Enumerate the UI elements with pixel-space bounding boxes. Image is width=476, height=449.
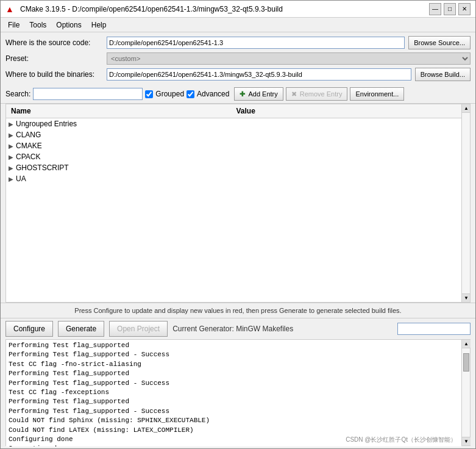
group-cpack[interactable]: ▶ CPACK [6, 151, 461, 162]
log-line-6: Performing Test flag_supported [9, 397, 459, 406]
app-icon: ▲ [5, 4, 15, 14]
log-line-11: Generating done [9, 444, 459, 447]
preset-select[interactable]: <custom> [107, 52, 471, 65]
title-controls: — □ ✕ [429, 3, 471, 15]
build-input[interactable] [107, 68, 411, 81]
add-entry-label: Add Entry [247, 90, 277, 98]
filter-input[interactable] [397, 323, 471, 335]
log-line-7: Performing Test flag_supported - Success [9, 407, 459, 416]
log-line-3: Performing Test flag_supported [9, 369, 459, 378]
status-text: Press Configure to update and display ne… [74, 307, 401, 314]
menu-bar: File Tools Options Help [1, 18, 475, 32]
title-bar-left: ▲ CMake 3.19.5 - D:/compile/open62541/op… [5, 4, 283, 14]
log-scroll-up[interactable]: ▲ [462, 340, 471, 348]
menu-tools[interactable]: Tools [24, 20, 51, 31]
form-area: Where is the source code: Browse Source.… [1, 32, 475, 85]
title-bar: ▲ CMake 3.19.5 - D:/compile/open62541/op… [1, 1, 475, 18]
source-label: Where is the source code: [5, 38, 103, 47]
group-ua[interactable]: ▶ UA [6, 173, 461, 184]
log-line-4: Performing Test flag_supported - Success [9, 379, 459, 388]
table-inner: Name Value ▶ Ungrouped Entries ▶ CLANG ▶… [6, 104, 461, 302]
scroll-up-arrow[interactable]: ▲ [462, 104, 471, 113]
advanced-checkbox-group: Advanced [186, 90, 229, 98]
group-name-cpack: CPACK [16, 153, 40, 161]
build-row: Where to build the binaries: Browse Buil… [5, 68, 471, 81]
search-input[interactable] [33, 88, 143, 100]
group-cmake[interactable]: ▶ CMAKE [6, 140, 461, 151]
source-input[interactable] [107, 37, 405, 49]
browse-source-button[interactable]: Browse Source... [408, 36, 471, 49]
remove-entry-button[interactable]: ✖ Remove Entry [286, 87, 348, 101]
browse-build-button[interactable]: Browse Build... [415, 68, 471, 81]
table-body: ▶ Ungrouped Entries ▶ CLANG ▶ CMAKE ▶ CP… [6, 118, 461, 302]
scroll-down-arrow[interactable]: ▼ [462, 293, 471, 302]
group-name-ungrouped: Ungrouped Entries [16, 120, 77, 128]
window-title: CMake 3.19.5 - D:/compile/open62541/open… [20, 5, 283, 13]
arrow-icon-cmake: ▶ [9, 143, 13, 149]
log-scrollbar[interactable]: ▲ ▼ [461, 340, 470, 445]
add-icon: ✚ [240, 90, 245, 98]
environment-button[interactable]: Environment... [350, 87, 404, 101]
log-scroll-thumb[interactable] [463, 353, 469, 372]
menu-options[interactable]: Options [51, 20, 86, 31]
table-container: Name Value ▶ Ungrouped Entries ▶ CLANG ▶… [5, 104, 471, 303]
grouped-label: Grouped [155, 90, 184, 98]
maximize-button[interactable]: □ [444, 3, 456, 15]
arrow-icon-clang: ▶ [9, 132, 13, 138]
preset-label: Preset: [5, 54, 103, 63]
build-label: Where to build the binaries: [5, 70, 103, 79]
log-line-0: Performing Test flag_supported [9, 341, 459, 350]
advanced-label: Advanced [197, 90, 229, 98]
col-name-header: Name [9, 106, 234, 117]
source-row: Where is the source code: Browse Source.… [5, 36, 471, 49]
grouped-checkbox-group: Grouped [145, 90, 184, 98]
table-scrollbar[interactable]: ▲ ▼ [461, 104, 470, 302]
advanced-checkbox[interactable] [186, 90, 194, 98]
generate-button[interactable]: Generate [58, 321, 104, 337]
watermark: CSDN @长沙红胜子Qt（长沙创慷智能） [346, 436, 456, 444]
open-project-button[interactable]: Open Project [109, 321, 168, 337]
log-container: Performing Test flag_supported Performin… [5, 339, 471, 446]
group-name-clang: CLANG [16, 131, 41, 139]
log-area: Performing Test flag_supported Performin… [6, 340, 461, 447]
log-line-2: Test CC flag -fno-strict-aliasing [9, 360, 459, 369]
arrow-icon-ghostscript: ▶ [9, 165, 13, 171]
status-bar: Press Configure to update and display ne… [1, 303, 475, 318]
arrow-icon-ua: ▶ [9, 176, 13, 182]
grouped-checkbox[interactable] [145, 90, 153, 98]
menu-help[interactable]: Help [87, 20, 112, 31]
log-scroll-track [462, 348, 470, 437]
group-ghostscript[interactable]: ▶ GHOSTSCRIPT [6, 162, 461, 173]
configure-button[interactable]: Configure [5, 321, 53, 337]
log-scroll-down[interactable]: ▼ [462, 437, 471, 445]
group-clang[interactable]: ▶ CLANG [6, 129, 461, 140]
close-button[interactable]: ✕ [458, 3, 471, 15]
group-name-cmake: CMAKE [16, 142, 42, 150]
group-ungrouped[interactable]: ▶ Ungrouped Entries [6, 118, 461, 129]
log-line-5: Test CC flag -fexceptions [9, 388, 459, 397]
search-label: Search: [5, 90, 30, 98]
main-window: ▲ CMake 3.19.5 - D:/compile/open62541/op… [0, 0, 476, 449]
generator-text: Current Generator: MinGW Makefiles [172, 325, 293, 333]
col-value-header: Value [234, 106, 460, 117]
toolbar-buttons: ✚ Add Entry ✖ Remove Entry Environment..… [234, 87, 404, 101]
group-name-ghostscript: GHOSTSCRIPT [16, 163, 69, 172]
arrow-icon-cpack: ▶ [9, 154, 13, 160]
group-name-ua: UA [16, 174, 26, 183]
preset-row: Preset: <custom> [5, 52, 471, 65]
remove-icon: ✖ [291, 90, 297, 98]
remove-entry-label: Remove Entry [299, 90, 343, 98]
log-line-9: Could NOT find LATEX (missing: LATEX_COM… [9, 426, 459, 435]
main-panel: Name Value ▶ Ungrouped Entries ▶ CLANG ▶… [1, 104, 475, 448]
action-row: Configure Generate Open Project Current … [1, 318, 475, 339]
table-header: Name Value [6, 104, 461, 118]
arrow-icon-ungrouped: ▶ [9, 121, 13, 128]
log-line-1: Performing Test flag_supported - Success [9, 350, 459, 359]
minimize-button[interactable]: — [429, 3, 441, 15]
add-entry-button[interactable]: ✚ Add Entry [234, 87, 283, 101]
menu-file[interactable]: File [3, 20, 24, 31]
log-line-8: Could NOT find Sphinx (missing: SPHINX_E… [9, 416, 459, 425]
search-toolbar-row: Search: Grouped Advanced ✚ Add Entry ✖ R… [1, 85, 475, 104]
scroll-track [462, 113, 470, 293]
